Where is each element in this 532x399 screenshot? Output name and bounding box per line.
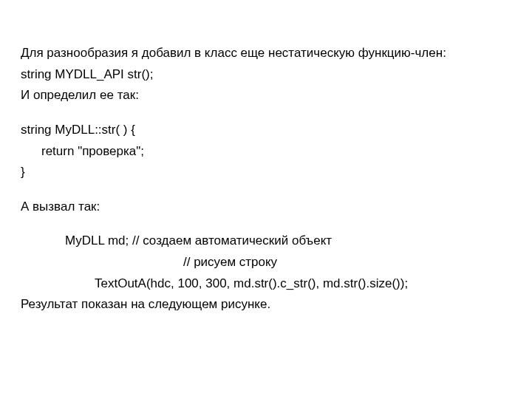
- spacer: [21, 219, 511, 232]
- spacer: [21, 185, 511, 198]
- spacer: [21, 108, 511, 121]
- call-intro: А вызвал так:: [21, 198, 511, 216]
- result-paragraph: Результат показан на следующем рисунке.: [21, 296, 511, 314]
- code-block-2-line-1: MyDLL md; // создаем автоматический объе…: [21, 232, 511, 250]
- code-block-1-line-1: string MyDLL::str( ) {: [21, 121, 511, 140]
- code-block-2-line-2: // рисуем строку: [21, 253, 511, 272]
- document-page: Для разнообразия я добавил в класс еще н…: [0, 0, 532, 314]
- code-block-1-line-2: return "проверка";: [21, 143, 511, 161]
- code-block-1-line-3: }: [21, 163, 511, 182]
- intro-paragraph: Для разнообразия я добавил в класс еще н…: [21, 44, 511, 63]
- code-block-2-line-3: TextOutA(hdc, 100, 300, md.str().c_str()…: [21, 275, 511, 293]
- definition-intro: И определил ее так:: [21, 86, 511, 105]
- declaration-line: string MYDLL_API str();: [21, 66, 511, 84]
